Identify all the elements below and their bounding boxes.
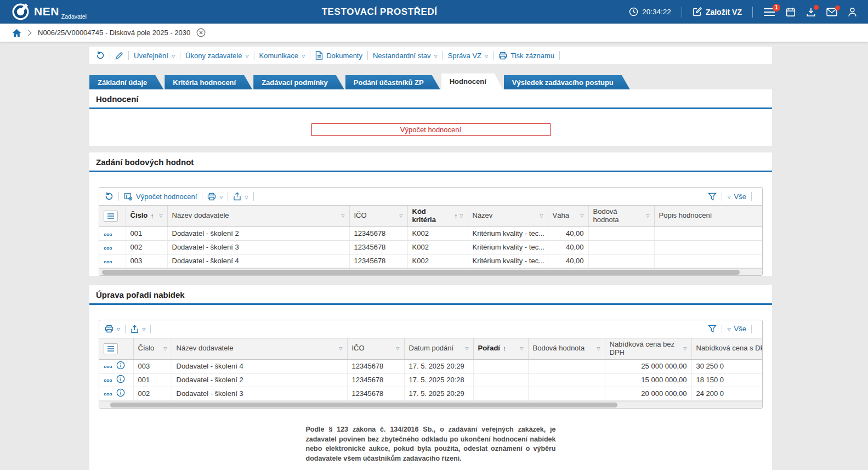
col-header-kod-kriteria[interactable]: Kód kritéria↑▽: [407, 206, 468, 226]
grid-refresh-button[interactable]: [105, 192, 114, 201]
row-menu-button[interactable]: [104, 389, 112, 398]
main-menu-button[interactable]: 1: [763, 8, 775, 16]
table-row[interactable]: 003 Dodavatel - školení 4 12345678 K002 …: [99, 254, 762, 268]
profile-button[interactable]: [848, 7, 857, 17]
chevron-right-icon: [27, 30, 32, 36]
cell-poradi: [473, 373, 528, 387]
filter-icon[interactable]: ▽: [578, 213, 583, 218]
divider: [367, 51, 368, 60]
grid-filter-button[interactable]: [708, 192, 717, 201]
downloads-button[interactable]: [806, 7, 816, 17]
filter-icon[interactable]: ▽: [161, 346, 167, 351]
grid-export-button[interactable]: ▽: [233, 192, 248, 201]
filter-icon[interactable]: ▽: [594, 346, 600, 351]
row-menu-button[interactable]: [104, 257, 112, 265]
menu-nestandardni-stav[interactable]: Nestandardní stav▽: [373, 52, 438, 60]
col-header-bodova-hodnota[interactable]: Bodová hodnota▽: [528, 338, 605, 359]
filter-icon[interactable]: ▽: [339, 213, 344, 218]
notification-dot: [835, 5, 840, 10]
filter-icon[interactable]: ▽: [394, 346, 399, 351]
scrollbar-thumb[interactable]: [102, 270, 740, 275]
filter-icon[interactable]: ▽: [157, 213, 162, 218]
menu-dokumenty[interactable]: Dokumenty: [315, 51, 362, 60]
filter-icon[interactable]: ▽: [463, 346, 468, 351]
row-info-button[interactable]: [116, 375, 125, 385]
menu-sprava-vz[interactable]: Správa VZ▽: [448, 52, 489, 60]
header-controls: 20:34:22 Založit VZ 1: [629, 7, 857, 18]
grid-filter-button[interactable]: [708, 325, 717, 333]
col-header-vaha[interactable]: Váha▽: [548, 206, 588, 226]
col-header-cislo[interactable]: Číslo↑▽: [126, 206, 167, 226]
menu-ukony-zadavatele[interactable]: Úkony zadavatele▽: [185, 52, 249, 60]
table-row[interactable]: 001 Dodavatel - školení 2 12345678 17. 5…: [99, 373, 762, 387]
vypocet-hodnoceni-button[interactable]: Výpočet hodnocení: [311, 123, 551, 136]
menu-komunikace[interactable]: Komunikace▽: [259, 52, 305, 60]
col-header-cena-s-dph[interactable]: Nabídková cena s DP: [691, 338, 762, 359]
row-menu-button[interactable]: [104, 376, 112, 384]
row-menu-button[interactable]: [104, 244, 112, 252]
clock: 20:34:22: [629, 7, 671, 16]
col-header-ico[interactable]: IČO▽: [349, 206, 407, 226]
row-info-button[interactable]: [116, 388, 125, 399]
nen-logo-icon: [12, 3, 29, 20]
tab-kriteria-hodnoceni[interactable]: Kritéria hodnocení: [164, 75, 252, 89]
grid-vse-button[interactable]: ▽ Vše: [727, 192, 746, 201]
table-row[interactable]: 003 Dodavatel - školení 4 12345678 17. 5…: [99, 359, 762, 373]
home-button[interactable]: [12, 29, 21, 37]
col-header-bodova-hodnota[interactable]: Bodová hodnota▽: [588, 206, 654, 226]
tab-podani-ucastniku[interactable]: Podání účastníků ZP: [345, 75, 440, 89]
col-header-nazev[interactable]: Název▽: [468, 206, 548, 226]
filter-icon[interactable]: ▽: [644, 213, 649, 218]
col-header-ico[interactable]: IČO▽: [347, 338, 404, 359]
refresh-button[interactable]: [96, 51, 105, 60]
breadcrumb: N006/25/V00004745 - Disková pole 2025 - …: [0, 24, 868, 42]
col-header-dodavatel[interactable]: Název dodavatele▽: [167, 206, 349, 226]
edit-record-button[interactable]: [115, 52, 123, 60]
row-menu-button[interactable]: [104, 230, 112, 238]
cell-bodova: [588, 240, 654, 254]
col-header-datum-podani[interactable]: Datum podání▽: [404, 338, 473, 359]
tab-zadavaci-podminky[interactable]: Zadávací podmínky: [253, 75, 344, 89]
messages-button[interactable]: [826, 8, 837, 16]
grid-print-button[interactable]: ▽: [105, 325, 120, 333]
filter-icon[interactable]: ▽: [457, 213, 463, 218]
filter-icon[interactable]: ▽: [397, 213, 402, 218]
tab-hodnoceni[interactable]: Hodnocení: [441, 73, 503, 89]
close-record-button[interactable]: [196, 28, 206, 37]
grid-vse-button[interactable]: ▽ Vše: [727, 325, 746, 333]
col-header-cislo[interactable]: Číslo▽: [133, 338, 172, 359]
filter-icon[interactable]: ▽: [337, 346, 342, 351]
table-row[interactable]: 001 Dodavatel - školení 2 12345678 K002 …: [99, 226, 762, 240]
grid-columns-button[interactable]: [104, 211, 118, 222]
menu-label: Úkony zadavatele: [185, 52, 242, 60]
col-header-poradi[interactable]: Pořadí↑▽: [473, 338, 528, 359]
table-row[interactable]: 002 Dodavatel - školení 3 12345678 K002 …: [99, 240, 762, 254]
menu-uverejneni[interactable]: Uveřejnění▽: [134, 52, 175, 60]
nen-logo[interactable]: NEN Zadavatel: [12, 3, 130, 20]
col-header-popis[interactable]: Popis hodnocení: [654, 206, 762, 226]
grid-export-button[interactable]: ▽: [131, 325, 145, 333]
close-circle-icon: [196, 28, 206, 37]
scrollbar-thumb[interactable]: [110, 403, 617, 407]
tab-zakladni-udaje[interactable]: Základní údaje: [89, 75, 163, 89]
filter-icon[interactable]: ▽: [681, 346, 687, 351]
row-info-button[interactable]: [116, 361, 125, 371]
col-label: Název dodavatele: [177, 344, 234, 353]
grid-print-button[interactable]: ▽: [207, 192, 223, 201]
cell-cena-s: 30 250 0: [691, 359, 762, 373]
col-header-actions: [99, 338, 133, 359]
calendar-button[interactable]: [786, 7, 796, 17]
grid-columns-button[interactable]: [104, 343, 118, 354]
row-actions-cell: [99, 226, 126, 240]
tab-vysledek-postupu[interactable]: Výsledek zadávacího postupu: [504, 75, 630, 89]
table-row[interactable]: 002 Dodavatel - školení 3 12345678 17. 5…: [99, 387, 762, 400]
col-header-cena-bez-dph[interactable]: Nabídková cena bez DPH▽: [605, 338, 691, 359]
create-vz-button[interactable]: Založit VZ: [693, 7, 742, 16]
grid-vypocet-link[interactable]: Výpočet hodnocení: [124, 192, 197, 201]
row-actions-cell: [99, 373, 133, 387]
menu-tisk-zaznamu[interactable]: Tisk záznamu: [498, 52, 554, 60]
filter-icon[interactable]: ▽: [518, 346, 523, 351]
filter-icon[interactable]: ▽: [537, 213, 543, 218]
row-menu-button[interactable]: [104, 362, 112, 370]
col-header-dodavatel[interactable]: Název dodavatele▽: [172, 338, 347, 359]
